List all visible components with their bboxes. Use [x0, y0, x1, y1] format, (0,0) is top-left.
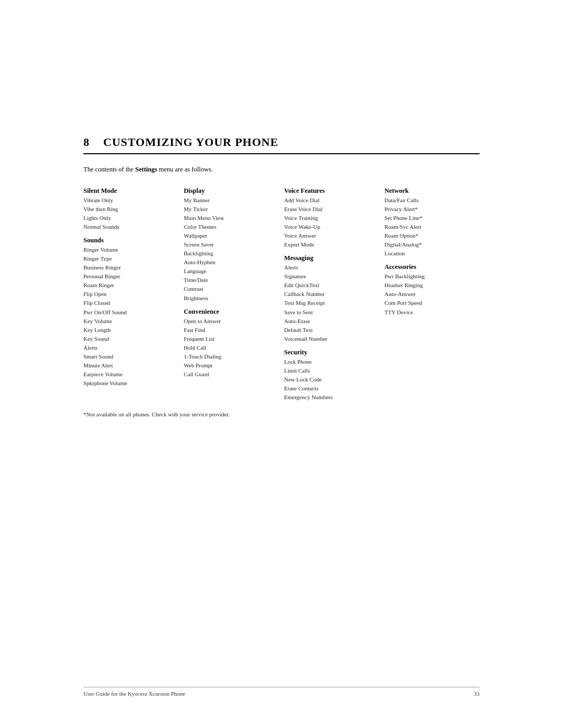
menu-item: Brightness: [184, 294, 279, 303]
menu-column-3: Voice Features Add Voice Dial Erase Voic…: [284, 182, 380, 402]
menu-item: Minute Alert: [83, 361, 179, 370]
menu-item: Location: [385, 249, 480, 258]
menu-item: Backlighting: [184, 249, 279, 258]
footer-left: User Guide for the Kyocera Xcursion Phon…: [83, 690, 186, 697]
section-title-accessories: Accessories: [385, 263, 480, 271]
menu-item: Smart Sound: [83, 352, 179, 361]
menu-item: Open to Answer: [184, 317, 279, 326]
menu-item: Key Volume: [83, 317, 179, 326]
menu-item: Com Port Speed: [385, 299, 480, 307]
section-title-security: Security: [284, 349, 380, 356]
menu-item: Signature: [284, 272, 380, 281]
chapter-title: Customizing Your Phone: [103, 135, 278, 149]
menu-item: Hold Call: [184, 343, 279, 352]
menu-item: Voice Wake-Up: [284, 223, 380, 231]
menu-item: Expert Mode: [284, 240, 380, 249]
menu-item: Wallpaper: [184, 231, 279, 240]
section-title-silent-mode: Silent Mode: [83, 187, 179, 195]
menu-item: Limit Calls: [284, 366, 380, 375]
menu-item: Emergency Numbers: [284, 393, 380, 402]
menu-item: Callback Number: [284, 290, 380, 299]
footer-right: 33: [474, 690, 480, 697]
menu-item: Text Msg Receipt: [284, 299, 380, 307]
menu-item: Key Length: [83, 326, 179, 335]
section-title-network: Network: [385, 187, 480, 195]
menu-item: Lights Only: [83, 214, 179, 223]
menu-item: Screen Saver: [184, 240, 279, 249]
menu-item: Roam Ringer: [83, 281, 179, 290]
page: 8 Customizing Your Phone The contents of…: [0, 0, 563, 728]
section-title-convenience: Convenience: [184, 308, 279, 316]
menu-item: My Ticker: [184, 205, 279, 214]
menu-item: Alerts: [83, 343, 179, 352]
menu-item: Business Ringer: [83, 263, 179, 272]
menu-item: Alerts: [284, 263, 380, 272]
menu-item: Set Phone Line*: [385, 214, 480, 223]
menu-item: Auto-Hyphen: [184, 258, 279, 267]
menu-item: Lock Phone: [284, 357, 380, 366]
menu-column-2: Display My Banner My Ticker Main Menu Vi…: [184, 182, 279, 402]
menu-item: Earpiece Volume: [83, 370, 179, 379]
menu-item: Web Prompt: [184, 361, 279, 370]
chapter-number: 8: [83, 135, 90, 149]
menu-item: Contrast: [184, 285, 279, 293]
menu-item: Personal Ringer: [83, 272, 179, 281]
menu-item: Call Guard: [184, 370, 279, 379]
intro-paragraph: The contents of the Settings menu are as…: [83, 166, 480, 174]
menu-item: Key Sound: [83, 335, 179, 343]
section-title-sounds: Sounds: [83, 237, 179, 244]
menu-item: Erase Contacts: [284, 384, 380, 393]
menu-item: Data/Fax Calls: [385, 196, 480, 205]
menu-item: Roam/Svc Alert: [385, 223, 480, 231]
menu-item: Privacy Alert*: [385, 205, 480, 214]
menu-item: My Banner: [184, 196, 279, 205]
menu-item: Auto-Erase: [284, 317, 380, 326]
menu-column-1: Silent Mode Vibrate Only Vibe then Ring …: [83, 182, 179, 402]
menu-item: Pwr On/Off Sound: [83, 308, 179, 317]
content-area: 8 Customizing Your Phone The contents of…: [0, 0, 563, 459]
menu-item: Ringer Type: [83, 254, 179, 263]
chapter-heading: 8 Customizing Your Phone: [83, 135, 480, 154]
menu-item: Voice Answer: [284, 231, 380, 240]
menu-item: Save to Sent: [284, 308, 380, 317]
menu-item: Edit QuickText: [284, 281, 380, 290]
menu-column-4: Network Data/Fax Calls Privacy Alert* Se…: [385, 182, 480, 402]
menu-item: TTY Device: [385, 308, 480, 317]
section-title-messaging: Messaging: [284, 254, 380, 262]
menu-item: Vibrate Only: [83, 196, 179, 205]
menu-item: Add Voice Dial: [284, 196, 380, 205]
menu-item: Fast Find: [184, 326, 279, 335]
menu-item: Roam Option*: [385, 231, 480, 240]
footer: User Guide for the Kyocera Xcursion Phon…: [83, 687, 480, 697]
menu-item: Normal Sounds: [83, 223, 179, 231]
menu-item: Auto-Answer: [385, 290, 480, 299]
menu-item: Flip Open: [83, 290, 179, 299]
menu-item: Erase Voice Dial: [284, 205, 380, 214]
menu-item: Default Text: [284, 326, 380, 335]
menu-grid: Silent Mode Vibrate Only Vibe then Ring …: [83, 182, 480, 402]
menu-item: Vibe then Ring: [83, 205, 179, 214]
menu-item: Spkrphone Volume: [83, 379, 179, 388]
menu-item: 1-Touch Dialing: [184, 352, 279, 361]
footnote: *Not available on all phones. Check with…: [83, 411, 480, 417]
menu-item: Time/Date: [184, 276, 279, 285]
section-title-voice-features: Voice Features: [284, 187, 380, 195]
menu-item: Color Themes: [184, 223, 279, 231]
menu-item: Frequent List: [184, 335, 279, 343]
section-title-display: Display: [184, 187, 279, 195]
menu-item: Flip Closed: [83, 299, 179, 307]
menu-item: Language: [184, 267, 279, 276]
menu-item: Pwr Backlighting: [385, 272, 480, 281]
menu-item: Main Menu View: [184, 214, 279, 223]
menu-item: New Lock Code: [284, 375, 380, 384]
menu-item: Digital/Analog*: [385, 240, 480, 249]
settings-bold: Settings: [135, 166, 157, 173]
menu-item: Voice Training: [284, 214, 380, 223]
menu-item: Ringer Volume: [83, 245, 179, 254]
menu-item: Voicemail Number: [284, 335, 380, 343]
menu-item: Headset Ringing: [385, 281, 480, 290]
